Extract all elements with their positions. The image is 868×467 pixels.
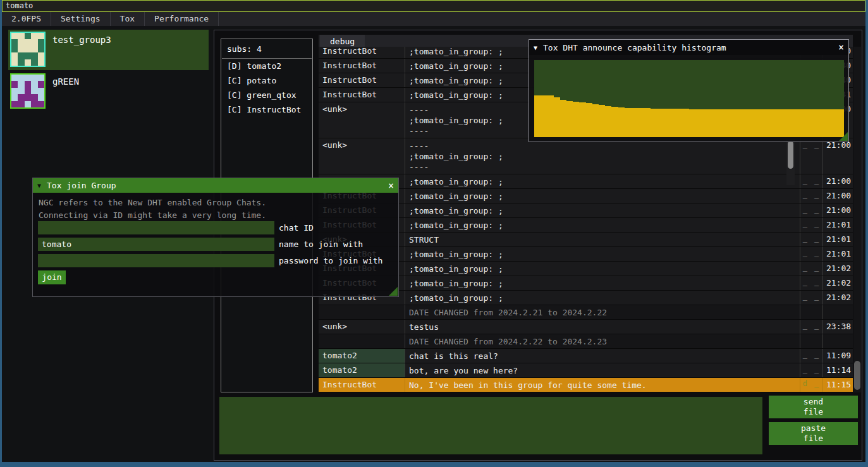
histogram-bar <box>805 109 812 137</box>
collapse-icon[interactable]: ▼ <box>37 182 41 189</box>
histogram-bar <box>715 109 721 137</box>
message-time: 21:01 <box>823 233 853 246</box>
group-name: test_group3 <box>52 35 111 45</box>
join-name-label: name to join with <box>279 240 363 249</box>
histogram-plot <box>534 60 844 137</box>
histogram-bar <box>824 109 831 137</box>
scrollbar-thumb[interactable] <box>788 141 793 169</box>
delivery-status: _ _ <box>800 174 823 188</box>
window-titlebar[interactable]: tomato <box>2 0 865 12</box>
join-window-title: Tox join Group <box>47 181 116 190</box>
sidebar-group-test_group3[interactable]: test_group3 <box>8 30 209 70</box>
message-time: 21:00 <box>823 189 853 203</box>
subs-member[interactable]: [C] InstructBot <box>221 102 312 117</box>
message-row[interactable]: tomato2bot, are you new here?_ _11:14 <box>319 363 853 378</box>
sender-name: tomato2 <box>319 363 405 377</box>
menu-item-fps: 2.0FPS <box>2 12 51 26</box>
window-title: tomato <box>6 1 33 10</box>
delivery-status <box>800 334 823 348</box>
join-window-titlebar[interactable]: ▼ Tox join Group × <box>33 178 398 193</box>
sender-name: InstructBot <box>319 59 405 73</box>
sidebar-group-green[interactable]: gREEN <box>8 71 209 109</box>
histogram-bar <box>779 109 786 137</box>
histogram-bar <box>611 107 618 137</box>
histogram-bar <box>798 109 805 137</box>
message-text: STRUCT <box>405 233 800 246</box>
delivery-status: _ _ <box>800 247 823 261</box>
delivery-status <box>800 305 823 319</box>
message-text: ;tomato_in_group: ; <box>405 291 800 305</box>
join-password-input[interactable] <box>38 254 274 267</box>
join-button[interactable]: join <box>38 270 66 284</box>
message-text: chat is this real? <box>405 349 800 363</box>
histogram-window-title: Tox DHT announce capability histogram <box>543 43 726 52</box>
message-row[interactable]: <unk>testus_ _23:38 <box>319 320 853 334</box>
chat-scrollbar[interactable] <box>853 47 861 392</box>
delivery-status: _ _ <box>800 320 823 334</box>
menu-item-settings[interactable]: Settings <box>51 12 111 26</box>
message-time <box>823 305 853 319</box>
histogram-bar <box>592 104 599 137</box>
close-icon[interactable]: × <box>388 180 394 191</box>
message-cell-scrollbar[interactable] <box>786 138 795 185</box>
message-text: ;tomato_in_group: ; <box>405 276 800 290</box>
sender-name <box>319 334 405 348</box>
menu-item-performance[interactable]: Performance <box>145 12 219 26</box>
histogram-bar <box>741 109 747 137</box>
message-text: bot, are you new here? <box>405 363 800 377</box>
message-input[interactable] <box>219 397 762 454</box>
date-separator-row[interactable]: DATE CHANGED from 2024.2.21 to 2024.2.22 <box>319 305 853 320</box>
paste-file-button[interactable]: paste file <box>769 422 858 445</box>
collapse-icon[interactable]: ▼ <box>534 44 537 51</box>
message-time <box>823 334 853 348</box>
histogram-bar <box>573 102 579 137</box>
histogram-bar <box>689 109 695 137</box>
histogram-bar <box>831 109 837 137</box>
histogram-bar <box>676 109 682 137</box>
scrollbar-thumb[interactable] <box>854 361 860 390</box>
resize-grip[interactable] <box>389 287 398 296</box>
chat-id-input[interactable] <box>38 221 274 234</box>
message-row[interactable]: <unk>---- ;tomato_in_group: ; ----_ _21:… <box>319 138 853 174</box>
menu-item-tox[interactable]: Tox <box>111 12 145 26</box>
histogram-bar <box>599 105 605 137</box>
date-changed-text: DATE CHANGED from 2024.2.21 to 2024.2.22 <box>405 305 800 319</box>
join-group-window: ▼ Tox join Group × NGC refers to the New… <box>32 178 399 297</box>
subs-member[interactable]: [C] green_qtox <box>221 88 312 102</box>
message-time: 23:38 <box>823 320 853 334</box>
join-name-input[interactable] <box>38 238 274 251</box>
date-changed-text: DATE CHANGED from 2024.2.22 to 2024.2.23 <box>405 334 800 348</box>
histogram-window-titlebar[interactable]: ▼ Tox DHT announce capability histogram … <box>529 40 848 55</box>
message-time: 11:15 <box>823 378 853 392</box>
message-text: ;tomato_in_group: ; <box>405 262 800 276</box>
message-row[interactable]: tomato2chat is this real?_ _11:09 <box>319 349 853 363</box>
histogram-bar <box>579 102 585 137</box>
histogram-bar <box>554 97 560 137</box>
message-time: 21:00 <box>823 174 853 188</box>
histogram-bar <box>818 109 824 137</box>
histogram-bar <box>657 109 663 137</box>
resize-grip[interactable] <box>839 132 848 141</box>
histogram-bar <box>586 103 592 137</box>
message-time: 21:02 <box>823 262 853 276</box>
send-file-button[interactable]: send file <box>769 396 858 418</box>
message-text: ;tomato_in_group: ; <box>405 247 800 261</box>
message-row[interactable]: InstructBotNo, I've been in this group f… <box>319 378 853 392</box>
close-icon[interactable]: × <box>838 42 844 53</box>
message-time: 21:02 <box>823 291 853 305</box>
menu-bar: 2.0FPS Settings Tox Performance <box>2 12 865 26</box>
subs-member[interactable]: [D] tomato2 <box>221 59 312 73</box>
message-time: 21:02 <box>823 276 853 290</box>
sender-name: InstructBot <box>319 378 405 392</box>
join-description-line1: NGC refers to the New DHT enabled Group … <box>39 198 266 207</box>
histogram-bar <box>547 95 553 137</box>
group-avatar <box>10 73 46 109</box>
histogram-bar <box>734 109 740 137</box>
message-time: 21:01 <box>823 218 853 232</box>
sender-name: InstructBot <box>319 88 405 102</box>
message-text: ---- ;tomato_in_group: ; ---- <box>405 138 800 174</box>
subs-member[interactable]: [C] potato <box>221 73 312 88</box>
date-separator-row[interactable]: DATE CHANGED from 2024.2.22 to 2024.2.23 <box>319 334 853 349</box>
histogram-bar <box>683 109 689 137</box>
message-time: 21:00 <box>823 138 853 174</box>
